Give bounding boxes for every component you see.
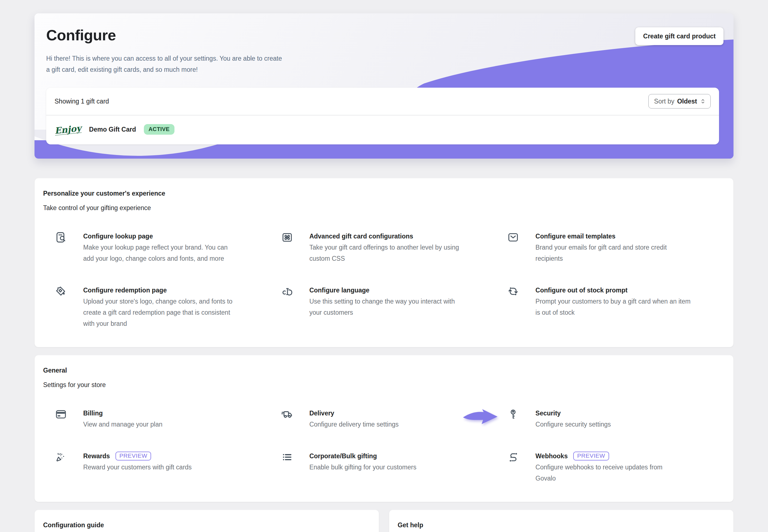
gift-card-logo: Enjoy xyxy=(54,123,82,136)
paint-fill-icon xyxy=(55,285,67,297)
header-content: Configure Hi there! This is where you ca… xyxy=(35,13,733,75)
sort-by-select[interactable]: Sort by Oldest xyxy=(648,94,711,109)
config-item-redemption-page[interactable]: Configure redemption page Upload your st… xyxy=(55,285,273,329)
configuration-guide-card: Configuration guide xyxy=(35,510,379,532)
item-title: Billing xyxy=(83,408,163,419)
status-badge: ACTIVE xyxy=(144,124,174,135)
item-title: Delivery xyxy=(309,408,399,419)
bullet-list-icon xyxy=(281,451,293,463)
delivery-truck-icon xyxy=(281,408,293,420)
personalize-items-grid: Configure lookup page Make your lookup p… xyxy=(55,231,725,329)
confetti-icon xyxy=(55,451,67,463)
item-description: Reward your customers with gift cards xyxy=(83,462,192,473)
item-title: Webhooks xyxy=(535,450,568,462)
gift-card-list-card: Showing 1 gift card Sort by Oldest Enjoy… xyxy=(46,88,719,144)
item-title: Advanced gift card configurations xyxy=(309,231,465,242)
language-icon xyxy=(281,285,293,297)
config-item-out-of-stock[interactable]: Configure out of stock prompt Prompt you… xyxy=(507,285,725,329)
config-item-delivery[interactable]: Delivery Configure delivery time setting… xyxy=(281,408,499,430)
page-title: Configure xyxy=(46,26,722,44)
header-hero-card: Create gift card product Configure Hi th… xyxy=(35,13,733,159)
item-description: Brand your emails for gift card and stor… xyxy=(535,242,691,264)
item-description: Configure webhooks to receive updates fr… xyxy=(535,462,676,484)
page-subtitle: Hi there! This is where you can access t… xyxy=(46,53,352,75)
general-section-subtitle: Settings for your store xyxy=(43,379,725,390)
item-description: Use this setting to change the way you i… xyxy=(309,296,465,318)
configuration-guide-title: Configuration guide xyxy=(43,519,370,531)
config-item-security[interactable]: Security Configure security settings xyxy=(507,408,725,430)
item-title: Configure email templates xyxy=(535,231,691,242)
item-description: Upload your store's logo, change colors,… xyxy=(83,296,239,329)
config-item-lookup-page[interactable]: Configure lookup page Make your lookup p… xyxy=(55,231,273,264)
general-section-title: General xyxy=(43,365,725,376)
gift-card-count-label: Showing 1 gift card xyxy=(55,98,109,105)
config-item-bulk-gifting[interactable]: Corporate/Bulk gifting Enable bulk gifti… xyxy=(281,450,499,484)
create-gift-card-product-button[interactable]: Create gift card product xyxy=(635,27,723,45)
get-help-card: Get help xyxy=(389,510,733,532)
sort-by-value: Oldest xyxy=(677,98,697,105)
email-icon xyxy=(507,231,519,243)
personalize-section-title: Personalize your customer's experience xyxy=(43,188,725,199)
config-item-email-templates[interactable]: Configure email templates Brand your ema… xyxy=(507,231,725,264)
bottom-cards-row: Configuration guide Get help xyxy=(35,510,733,532)
gift-card-row[interactable]: Enjoy Demo Gift Card ACTIVE xyxy=(46,115,719,143)
item-description: Enable bulk gifting for your customers xyxy=(309,462,417,473)
gift-card-icon xyxy=(281,231,293,243)
get-help-title: Get help xyxy=(398,519,725,531)
page-subtitle-line-2: a gift card, edit existing gift cards, a… xyxy=(46,64,352,75)
item-title: Security xyxy=(535,408,611,419)
key-icon xyxy=(507,408,519,420)
chevron-up-down-icon xyxy=(700,98,706,104)
item-title: Configure out of stock prompt xyxy=(535,285,691,296)
config-item-advanced-gift-card[interactable]: Advanced gift card configurations Take y… xyxy=(281,231,499,264)
page-subtitle-line-1: Hi there! This is where you can access t… xyxy=(46,53,352,64)
credit-card-icon xyxy=(55,408,67,420)
webhook-icon xyxy=(507,451,519,463)
preview-badge: PREVIEW xyxy=(573,452,609,460)
item-description: View and manage your plan xyxy=(83,419,163,430)
sort-by-prefix: Sort by xyxy=(654,98,675,105)
config-item-webhooks[interactable]: Webhooks PREVIEW Configure webhooks to r… xyxy=(507,450,725,484)
item-title: Configure language xyxy=(309,285,465,296)
config-item-language[interactable]: Configure language Use this setting to c… xyxy=(281,285,499,329)
configure-page: Create gift card product Configure Hi th… xyxy=(0,0,768,532)
gift-card-name: Demo Gift Card xyxy=(89,126,136,133)
item-description: Take your gift card offerings to another… xyxy=(309,242,465,264)
config-item-rewards[interactable]: Rewards PREVIEW Reward your customers wi… xyxy=(55,450,273,484)
gift-card-list-header: Showing 1 gift card Sort by Oldest xyxy=(46,88,719,115)
item-description: Make your lookup page reflect your brand… xyxy=(83,242,239,264)
personalize-section-subtitle: Take control of your gifting experience xyxy=(43,202,725,213)
config-item-billing[interactable]: Billing View and manage your plan xyxy=(55,408,273,430)
item-description: Prompt your customers to buy a gift card… xyxy=(535,296,691,318)
item-title: Configure lookup page xyxy=(83,231,239,242)
item-title: Rewards xyxy=(83,450,110,462)
personalize-section-card: Personalize your customer's experience T… xyxy=(35,178,733,347)
general-section-card: General Settings for your store Billing … xyxy=(35,355,733,502)
item-title: Configure redemption page xyxy=(83,285,239,296)
item-description: Configure delivery time settings xyxy=(309,419,399,430)
document-search-icon xyxy=(55,231,67,243)
cycle-arrows-icon xyxy=(507,285,519,297)
preview-badge: PREVIEW xyxy=(115,452,151,460)
general-items-grid: Billing View and manage your plan Delive… xyxy=(55,408,725,484)
item-title: Corporate/Bulk gifting xyxy=(309,450,417,462)
item-description: Configure security settings xyxy=(535,419,611,430)
